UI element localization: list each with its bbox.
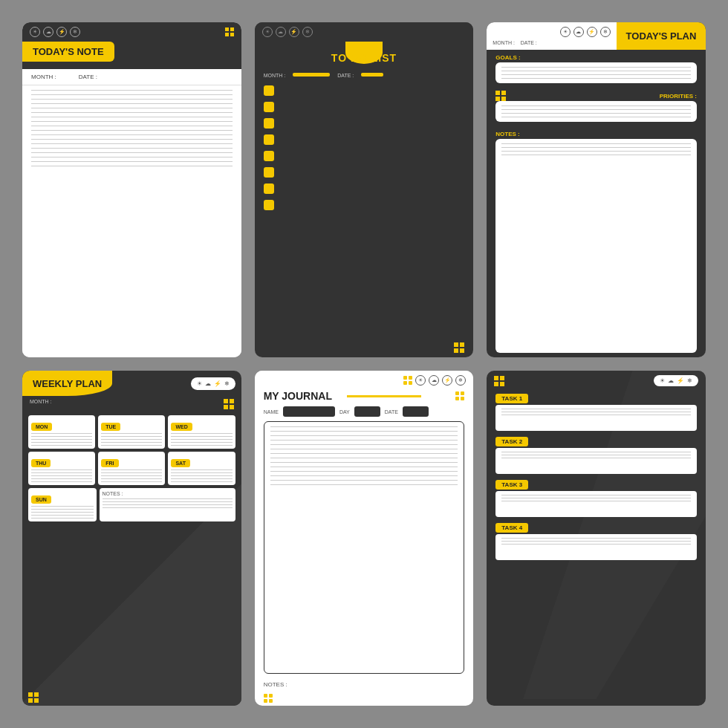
journal-footer — [255, 691, 474, 706]
day-line — [101, 445, 162, 446]
priority-line — [501, 109, 691, 110]
day-line — [171, 439, 232, 440]
checkbox[interactable] — [264, 183, 274, 194]
task-topbar: ☀ ☁ ⚡ ❄ — [487, 371, 706, 391]
snowflake-icon: ❄ — [70, 27, 80, 37]
checkbox[interactable] — [264, 102, 274, 112]
priority-line — [501, 105, 691, 106]
notes-cell: NOTES : — [100, 488, 235, 521]
todo-title: TO DO LIST — [331, 52, 397, 64]
day-line — [31, 515, 94, 516]
sun-icon: ☀ — [660, 377, 665, 384]
notes-label: NOTES : — [103, 491, 233, 496]
day-line — [31, 472, 92, 473]
journal-top-squares — [455, 391, 464, 400]
days-row-1: MON TUE — [28, 415, 235, 449]
main-grid: ☀ ☁ ⚡ ❄ TODAY'S NOTE MONTH : DATE : — [0, 0, 728, 728]
task-item-4: TASK 4 — [495, 523, 697, 560]
day-line — [101, 436, 162, 437]
journal-line — [270, 480, 458, 481]
note-line — [31, 103, 233, 104]
name-input[interactable] — [283, 406, 335, 417]
task-item-3: TASK 3 — [495, 480, 697, 517]
note-line — [31, 152, 233, 153]
task-line — [501, 455, 691, 455]
days-row-2: THU FRI — [28, 452, 235, 485]
todays-note-title: TODAY'S NOTE — [22, 42, 114, 62]
checkbox[interactable] — [264, 85, 274, 96]
checkbox[interactable] — [264, 151, 274, 161]
month-label: MONTH : — [264, 73, 286, 78]
journal-line — [270, 484, 458, 485]
day-line — [171, 475, 232, 476]
date-input[interactable] — [361, 73, 383, 77]
corner-squares-priorities — [495, 91, 506, 101]
day-line — [103, 501, 233, 502]
day-line — [101, 442, 162, 443]
note-line — [31, 157, 233, 157]
weekly-plan-icons: ☀ ☁ ⚡ ❄ — [191, 377, 235, 390]
day-line — [101, 478, 162, 479]
checkbox[interactable] — [264, 118, 274, 129]
todays-plan-title: TODAY'S PLAN — [626, 30, 697, 42]
day-wed-lines — [171, 433, 232, 446]
days-grid: MON TUE — [22, 412, 241, 689]
note-line — [31, 161, 233, 162]
todo-item — [264, 100, 465, 114]
day-label-mon: MON — [31, 423, 52, 431]
task-1-content — [495, 405, 697, 431]
journal-writing-area[interactable] — [264, 421, 465, 674]
yellow-underline — [347, 395, 421, 397]
cloud-icon: ☁ — [573, 27, 584, 37]
goals-lines — [501, 67, 691, 79]
day-cell-tue: TUE — [98, 415, 165, 449]
checkbox[interactable] — [264, 167, 274, 178]
day-cell-sat: SAT — [168, 452, 235, 485]
day-cell-sun: SUN — [28, 488, 97, 521]
journal-line — [270, 431, 458, 432]
day-line — [31, 436, 92, 437]
journal-line — [270, 449, 458, 449]
todo-item — [264, 198, 465, 212]
journal-line — [270, 440, 458, 441]
goal-line — [501, 74, 691, 75]
month-label: MONTH : — [493, 40, 515, 45]
snowflake-icon: ❄ — [687, 377, 692, 384]
day-line — [31, 439, 92, 440]
day-line — [31, 469, 92, 470]
lightning-icon: ⚡ — [677, 377, 684, 384]
day-label: DAY — [339, 409, 350, 415]
weekly-plan-top: WEEKLY PLAN ☀ ☁ ⚡ ❄ — [22, 371, 241, 396]
weather-icons-journal: ☀ ☁ ⚡ ❄ — [415, 375, 466, 386]
note-line — [31, 130, 233, 131]
weekly-meta: MONTH : — [22, 396, 241, 412]
day-fri-lines — [101, 469, 162, 482]
weather-icons-row: ☀ ☁ ⚡ ❄ — [30, 27, 80, 37]
checkbox[interactable] — [264, 200, 274, 210]
task-item-1: TASK 1 — [495, 394, 697, 431]
task-line — [501, 458, 691, 458]
lightning-icon: ⚡ — [587, 27, 597, 37]
month-input[interactable] — [293, 73, 330, 77]
snowflake-icon: ❄ — [455, 375, 466, 386]
todays-plan-top-left: ☀ ☁ ⚡ ❄ MONTH : DATE : — [487, 22, 617, 50]
goal-line — [501, 78, 691, 79]
todo-item — [264, 133, 465, 146]
todo-meta: MONTH : DATE : — [255, 70, 474, 81]
day-cell-thu: THU — [28, 452, 95, 485]
date-input[interactable] — [403, 406, 429, 417]
day-line — [171, 481, 232, 482]
todo-item — [264, 149, 465, 163]
day-cell-wed: WED — [168, 415, 235, 449]
todo-item — [264, 117, 465, 130]
day-input[interactable] — [354, 406, 380, 417]
todo-list-card: ☀ ☁ ⚡ ❄ TO DO LIST MONTH : DATE : — [255, 22, 474, 357]
snowflake-icon: ❄ — [302, 27, 313, 37]
task-2-content — [495, 448, 697, 474]
day-line — [171, 436, 232, 437]
day-cell-mon: MON — [28, 415, 95, 449]
checkbox[interactable] — [264, 134, 274, 145]
task-list-card: ☀ ☁ ⚡ ❄ TASK 1 TASK 2 — [487, 371, 706, 706]
note-line — [31, 90, 233, 91]
day-line — [31, 512, 94, 513]
